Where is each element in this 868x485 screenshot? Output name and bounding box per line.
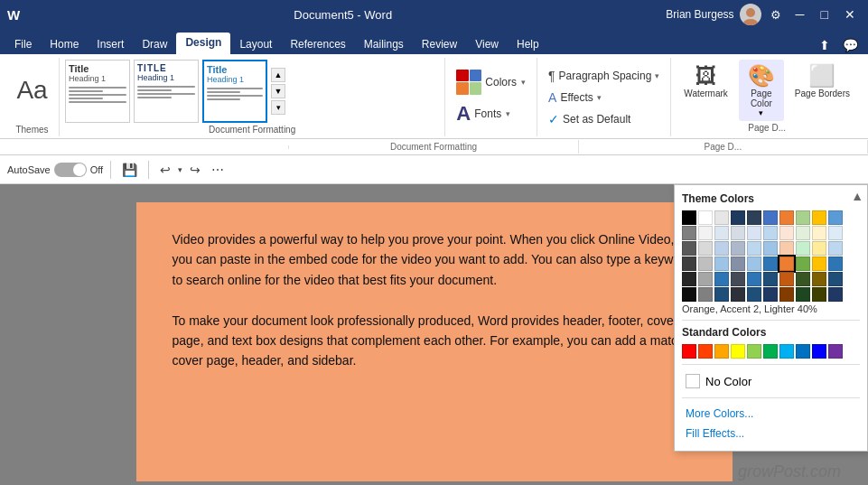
- swatch-r5-1[interactable]: [682, 272, 696, 286]
- swatch-r3-1[interactable]: [682, 241, 696, 256]
- swatch-r2-6[interactable]: [763, 226, 778, 240]
- swatch-r6-4[interactable]: [731, 287, 745, 302]
- swatch-r2-2[interactable]: [698, 226, 713, 240]
- swatch-r5-4[interactable]: [731, 272, 745, 286]
- swatch-r6-10[interactable]: [828, 287, 843, 302]
- swatch-navy[interactable]: [731, 210, 745, 225]
- tab-references[interactable]: References: [281, 34, 354, 54]
- swatch-yellow[interactable]: [812, 210, 826, 225]
- swatch-r4-1[interactable]: [682, 256, 696, 271]
- page-color-button[interactable]: 🎨 PageColor ▾: [739, 60, 784, 121]
- tab-review[interactable]: Review: [413, 34, 466, 54]
- format-thumb-3[interactable]: Title Heading 1: [202, 60, 267, 123]
- tab-layout[interactable]: Layout: [230, 34, 281, 54]
- std-teal[interactable]: [779, 344, 794, 359]
- scroll-up-arrow[interactable]: ▲: [271, 68, 285, 82]
- tab-draw[interactable]: Draw: [133, 34, 176, 54]
- std-purple[interactable]: [828, 344, 843, 359]
- swatch-r4-2[interactable]: [698, 256, 713, 271]
- redo-button[interactable]: ↪: [186, 161, 204, 179]
- paragraph-spacing-button[interactable]: ¶ Paragraph Spacing ▾: [545, 67, 663, 85]
- watermark-button[interactable]: 🖼 Watermark: [677, 60, 735, 121]
- swatch-black[interactable]: [682, 210, 696, 225]
- settings-icon[interactable]: ⚙: [767, 6, 785, 23]
- page-borders-button[interactable]: ⬜ Page Borders: [788, 60, 857, 121]
- scroll-more-arrow[interactable]: ▾: [271, 100, 285, 115]
- swatch-r6-6[interactable]: [763, 287, 778, 302]
- format-thumb-2[interactable]: TITLE Heading 1: [134, 60, 199, 123]
- undo-dropdown-icon[interactable]: ▾: [178, 165, 182, 174]
- effects-button[interactable]: A Effects ▾: [545, 89, 663, 107]
- swatch-r3-4[interactable]: [731, 241, 745, 256]
- swatch-sky-blue[interactable]: [828, 210, 843, 225]
- swatch-r3-5[interactable]: [747, 241, 761, 256]
- tab-mailings[interactable]: Mailings: [355, 34, 413, 54]
- swatch-r2-4[interactable]: [731, 226, 745, 240]
- std-green[interactable]: [763, 344, 778, 359]
- undo-button[interactable]: ↩: [156, 161, 174, 179]
- swatch-r4-7[interactable]: [779, 256, 794, 271]
- close-button[interactable]: ✕: [839, 5, 861, 23]
- swatch-blue[interactable]: [763, 210, 778, 225]
- swatch-r3-6[interactable]: [763, 241, 778, 256]
- autosave-toggle[interactable]: [54, 163, 87, 177]
- swatch-light-green[interactable]: [796, 210, 810, 225]
- swatch-r2-7[interactable]: [779, 226, 794, 240]
- swatch-r3-2[interactable]: [698, 241, 713, 256]
- swatch-r4-10[interactable]: [828, 256, 843, 271]
- fonts-button[interactable]: A Fonts ▾: [453, 100, 529, 127]
- swatch-r3-10[interactable]: [828, 241, 843, 256]
- swatch-r2-1[interactable]: [682, 226, 696, 240]
- scroll-down-arrow[interactable]: ▼: [271, 84, 285, 98]
- share-icon[interactable]: ⬆: [815, 36, 835, 54]
- swatch-r2-3[interactable]: [714, 226, 729, 240]
- colors-button[interactable]: Colors ▾: [453, 68, 529, 97]
- swatch-r5-5[interactable]: [747, 272, 761, 286]
- swatch-r4-3[interactable]: [714, 256, 729, 271]
- save-icon[interactable]: 💾: [118, 161, 141, 179]
- themes-button[interactable]: Aa: [13, 72, 51, 108]
- swatch-white[interactable]: [698, 210, 713, 225]
- swatch-r5-9[interactable]: [812, 272, 826, 286]
- minimize-button[interactable]: ─: [790, 5, 810, 23]
- swatch-r6-9[interactable]: [812, 287, 826, 302]
- swatch-r6-7[interactable]: [779, 287, 794, 302]
- std-yellow[interactable]: [731, 344, 745, 359]
- swatch-r4-6[interactable]: [763, 256, 778, 271]
- fill-effects-link[interactable]: Fill Effects...: [682, 424, 860, 443]
- swatch-r6-5[interactable]: [747, 287, 761, 302]
- swatch-r5-10[interactable]: [828, 272, 843, 286]
- swatch-r5-3[interactable]: [714, 272, 729, 286]
- swatch-light-gray[interactable]: [714, 210, 729, 225]
- swatch-r3-7[interactable]: [779, 241, 794, 256]
- tab-view[interactable]: View: [466, 34, 508, 54]
- tab-file[interactable]: File: [5, 34, 41, 54]
- more-colors-link[interactable]: More Colors...: [682, 404, 860, 424]
- swatch-r3-3[interactable]: [714, 241, 729, 256]
- std-red[interactable]: [698, 344, 713, 359]
- set-as-default-button[interactable]: ✓ Set as Default: [545, 110, 663, 128]
- swatch-r2-10[interactable]: [828, 226, 843, 240]
- tab-help[interactable]: Help: [508, 34, 548, 54]
- swatch-r2-9[interactable]: [812, 226, 826, 240]
- no-color-row[interactable]: No Color: [682, 370, 860, 392]
- swatch-r2-8[interactable]: [796, 226, 810, 240]
- swatch-r6-1[interactable]: [682, 287, 696, 302]
- tab-home[interactable]: Home: [41, 34, 88, 54]
- swatch-r3-9[interactable]: [812, 241, 826, 256]
- swatch-r4-4[interactable]: [731, 256, 745, 271]
- std-red-dark[interactable]: [682, 344, 696, 359]
- swatch-dark-blue[interactable]: [747, 210, 761, 225]
- swatch-r6-3[interactable]: [714, 287, 729, 302]
- swatch-r4-9[interactable]: [812, 256, 826, 271]
- std-light-green[interactable]: [747, 344, 761, 359]
- std-dark-blue[interactable]: [812, 344, 826, 359]
- swatch-orange[interactable]: [779, 210, 794, 225]
- comments-icon[interactable]: 💬: [838, 36, 863, 54]
- std-orange[interactable]: [714, 344, 729, 359]
- swatch-r2-5[interactable]: [747, 226, 761, 240]
- swatch-r4-8[interactable]: [796, 256, 810, 271]
- cp-close-button[interactable]: ▲: [851, 189, 863, 203]
- format-thumb-1[interactable]: Title Heading 1: [65, 60, 130, 123]
- swatch-r3-8[interactable]: [796, 241, 810, 256]
